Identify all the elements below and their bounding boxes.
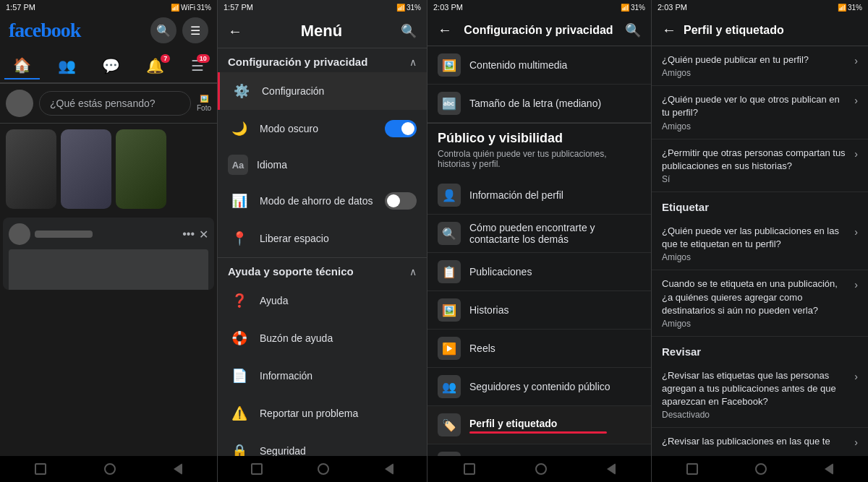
menu-ahorro-datos[interactable]: 📊 Modo de ahorro de datos xyxy=(218,182,427,220)
story-bar xyxy=(0,124,217,215)
item-bloqueos[interactable]: 🚫 Bloqueos xyxy=(427,444,651,456)
item-multimedia[interactable]: 🖼️ Contenido multimedia xyxy=(427,46,651,85)
status-bar-2: 1:57 PM 📶 31% xyxy=(218,0,427,14)
android-recent-2[interactable] xyxy=(385,463,393,475)
p4-item-content-2: ¿Quién puede ver lo que otros publican e… xyxy=(662,93,848,131)
android-back-4[interactable] xyxy=(686,463,698,475)
liberar-espacio-label: Liberar espacio xyxy=(260,233,417,244)
menu-button[interactable]: ☰ xyxy=(182,17,208,43)
android-back-3[interactable] xyxy=(464,463,475,475)
back-button-4[interactable]: ← xyxy=(662,22,676,38)
p4-item-compartir-historias[interactable]: ¿Permitir que otras personas compartan t… xyxy=(652,139,868,192)
menu-informacion[interactable]: 📄 Información xyxy=(218,357,427,395)
story-1[interactable] xyxy=(6,129,56,209)
facebook-logo: facebook xyxy=(9,19,80,42)
followers-icon: 👥 xyxy=(438,375,461,398)
section-config-title: Configuración y privacidad xyxy=(228,56,367,68)
warning-icon: ⚠️ xyxy=(228,402,251,425)
p4-item-agregar-destinatarios[interactable]: Cuando se te etiqueta en una publicación… xyxy=(652,270,868,337)
feed-actions[interactable]: ••• ✕ xyxy=(182,228,208,241)
menu-reportar[interactable]: ⚠️ Reportar un problema xyxy=(218,395,427,432)
search-button-3[interactable]: 🔍 xyxy=(625,22,641,38)
q-quien-ver-otros: ¿Quién puede ver lo que otros publican e… xyxy=(662,93,848,119)
android-back-2[interactable] xyxy=(251,463,263,475)
android-home-1[interactable] xyxy=(104,463,116,475)
search-button-2[interactable]: 🔍 xyxy=(401,23,417,39)
menu-idioma[interactable]: Aa Idioma xyxy=(218,147,427,182)
informacion-label: Información xyxy=(260,370,417,382)
status-icons-2: 📶 31% xyxy=(396,4,421,12)
feed-area: ••• ✕ xyxy=(0,215,217,456)
item-seguidores[interactable]: 👥 Seguidores y contenido público xyxy=(427,368,651,406)
item-reels[interactable]: ▶️ Reels xyxy=(427,330,651,368)
tagging-icon: 🏷️ xyxy=(438,413,461,436)
p4-item-ver-etiquetas[interactable]: ¿Quién puede ver las publicaciones en la… xyxy=(652,218,868,270)
photo-button[interactable]: 🖼️ Foto xyxy=(197,95,211,112)
nav-menu[interactable]: ☰ 10 xyxy=(182,53,213,79)
a-ver-etiquetas: Amigos xyxy=(662,252,848,262)
p4-item-revisar-publicaciones[interactable]: ¿Revisar las publicaciones en las que te… xyxy=(652,428,868,456)
photo-label: Foto xyxy=(197,104,211,112)
photo-icon: 🖼️ xyxy=(200,95,208,103)
feed-user xyxy=(9,223,93,245)
battery-3: 31% xyxy=(631,4,645,12)
close-icon[interactable]: ✕ xyxy=(199,228,208,241)
signal-icon-4: 📶 xyxy=(838,4,846,12)
android-recent-3[interactable] xyxy=(607,463,616,475)
menu-seguridad[interactable]: 🔒 Seguridad xyxy=(218,432,427,456)
android-recent-4[interactable] xyxy=(825,463,833,475)
nav-messages[interactable]: 💬 xyxy=(93,53,129,79)
section-config-header[interactable]: Configuración y privacidad ∧ xyxy=(218,48,427,72)
a-quien-ver-otros: Amigos xyxy=(662,121,848,132)
back-button-3[interactable]: ← xyxy=(438,22,452,38)
nav-friends[interactable]: 👥 xyxy=(49,53,85,79)
menu-configuracion[interactable]: ⚙️ Configuración xyxy=(218,72,427,110)
item-publicaciones[interactable]: 📋 Publicaciones xyxy=(427,253,651,291)
selected-underline xyxy=(469,431,607,434)
wifi-icon: WiFi xyxy=(181,4,195,12)
section-help-title: Ayuda y soporte técnico xyxy=(228,265,354,277)
ayuda-label: Ayuda xyxy=(260,295,417,306)
font-size-label: Tamaño de la letra (mediano) xyxy=(469,98,641,109)
nav-home[interactable]: 🏠 xyxy=(4,52,40,79)
android-home-4[interactable] xyxy=(755,463,767,475)
bottom-bar-3 xyxy=(427,456,651,482)
font-size-icon: 🔤 xyxy=(438,92,461,115)
menu-ayuda[interactable]: ❓ Ayuda xyxy=(218,282,427,319)
more-options-icon[interactable]: ••• xyxy=(182,228,195,241)
item-perfil-etiquetado[interactable]: 🏷️ Perfil y etiquetado xyxy=(427,406,651,444)
q-revisar-etiquetas: ¿Revisar las etiquetas que las personas … xyxy=(662,369,848,409)
time-3: 2:03 PM xyxy=(433,3,463,12)
android-back-1[interactable] xyxy=(35,463,46,475)
nav-notifications[interactable]: 🔔 7 xyxy=(137,53,173,79)
a-revisar-etiquetas: Desactivado xyxy=(662,410,848,420)
back-button-2[interactable]: ← xyxy=(228,23,242,40)
menu-modo-oscuro[interactable]: 🌙 Modo oscuro xyxy=(218,110,427,147)
item-encontrar[interactable]: 🔍 Cómo pueden encontrarte y contactarte … xyxy=(427,215,651,253)
messages-icon: 💬 xyxy=(102,57,120,74)
p4-item-quien-ver-otros[interactable]: ¿Quién puede ver lo que otros publican e… xyxy=(652,86,868,139)
settings-icon: ⚙️ xyxy=(230,79,253,103)
android-home-2[interactable] xyxy=(318,463,329,475)
menu-liberar-espacio[interactable]: 📍 Liberar espacio xyxy=(218,220,427,257)
reportar-label: Reportar un problema xyxy=(260,408,417,419)
dark-mode-toggle[interactable] xyxy=(385,120,417,137)
menu-buzon[interactable]: 🛟 Buzón de ayuda xyxy=(218,319,427,357)
find-icon: 🔍 xyxy=(438,222,461,245)
q-compartir-historias: ¿Permitir que otras personas compartan t… xyxy=(662,147,848,173)
search-button[interactable]: 🔍 xyxy=(150,17,176,43)
a-agregar-destinatarios: Amigos xyxy=(662,319,848,329)
p3-scroll: 🖼️ Contenido multimedia 🔤 Tamaño de la l… xyxy=(427,46,651,456)
p4-item-revisar-etiquetas[interactable]: ¿Revisar las etiquetas que las personas … xyxy=(652,362,868,429)
item-font-size[interactable]: 🔤 Tamaño de la letra (mediano) xyxy=(427,85,651,123)
story-3[interactable] xyxy=(116,129,166,209)
post-input[interactable]: ¿Qué estás pensando? xyxy=(39,91,191,116)
data-saver-toggle[interactable] xyxy=(385,192,417,210)
p4-item-quien-publicar[interactable]: ¿Quién puede publicar en tu perfil? Amig… xyxy=(652,46,868,86)
android-recent-1[interactable] xyxy=(174,463,182,475)
story-2[interactable] xyxy=(61,129,111,209)
item-historias[interactable]: 🖼️ Historias xyxy=(427,291,651,330)
item-info-perfil[interactable]: 👤 Información del perfil xyxy=(427,176,651,215)
android-home-3[interactable] xyxy=(535,463,547,475)
section-help-header[interactable]: Ayuda y soporte técnico ∧ xyxy=(218,258,427,282)
